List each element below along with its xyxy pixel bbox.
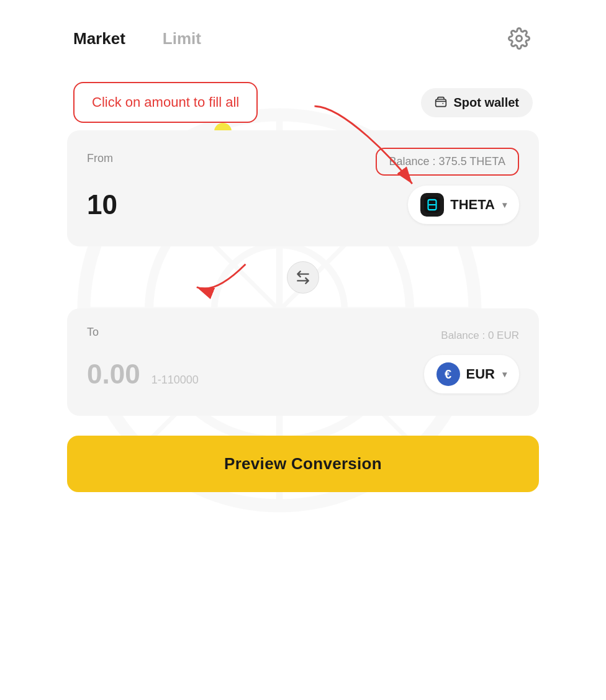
gear-icon bbox=[508, 27, 530, 50]
wallet-icon bbox=[435, 96, 447, 109]
swap-icon bbox=[295, 269, 311, 285]
tabs-left: Market Limit bbox=[73, 29, 201, 48]
spot-wallet-label: Spot wallet bbox=[453, 96, 519, 110]
to-currency-label: EUR bbox=[466, 366, 495, 382]
theta-icon bbox=[420, 193, 444, 217]
preview-conversion-button[interactable]: Preview Conversion bbox=[67, 436, 539, 492]
from-currency-label: THETA bbox=[450, 197, 495, 213]
to-label: To bbox=[87, 326, 99, 339]
preview-btn-label: Preview Conversion bbox=[224, 454, 382, 473]
tab-limit[interactable]: Limit bbox=[163, 29, 201, 48]
tabs-row: Market Limit bbox=[67, 25, 539, 52]
svg-rect-7 bbox=[436, 99, 446, 107]
to-card: To Balance : 0 EUR 0.00 1-110000 € EUR ▾ bbox=[67, 308, 539, 416]
hint-row: Click on amount to fill all Spot wallet bbox=[67, 82, 539, 123]
from-amount-input[interactable] bbox=[87, 189, 211, 220]
from-chevron-icon: ▾ bbox=[502, 200, 507, 210]
spot-wallet-button[interactable]: Spot wallet bbox=[421, 88, 533, 117]
hint-box[interactable]: Click on amount to fill all bbox=[73, 82, 258, 123]
tab-market[interactable]: Market bbox=[73, 29, 125, 48]
from-card: From Balance : 375.5 THETA THETA ▾ bbox=[67, 130, 539, 246]
from-currency-selector[interactable]: THETA ▾ bbox=[408, 186, 519, 224]
from-card-row: THETA ▾ bbox=[87, 186, 519, 224]
to-chevron-icon: ▾ bbox=[502, 369, 507, 379]
swap-row bbox=[67, 261, 539, 294]
to-card-row: 0.00 1-110000 € EUR ▾ bbox=[87, 355, 519, 393]
to-balance-label: Balance : 0 EUR bbox=[441, 330, 519, 342]
hint-text: Click on amount to fill all bbox=[92, 94, 239, 110]
from-balance-text: Balance : 375.5 THETA bbox=[389, 155, 505, 168]
from-label: From bbox=[87, 152, 113, 165]
swap-button[interactable] bbox=[287, 261, 319, 294]
from-balance-badge[interactable]: Balance : 375.5 THETA bbox=[376, 148, 519, 176]
to-currency-selector[interactable]: € EUR ▾ bbox=[424, 355, 519, 393]
eur-icon: € bbox=[436, 362, 460, 386]
to-range-hint: 1-110000 bbox=[152, 374, 199, 387]
gear-button[interactable] bbox=[505, 25, 533, 52]
to-amount-display: 0.00 bbox=[87, 359, 140, 390]
